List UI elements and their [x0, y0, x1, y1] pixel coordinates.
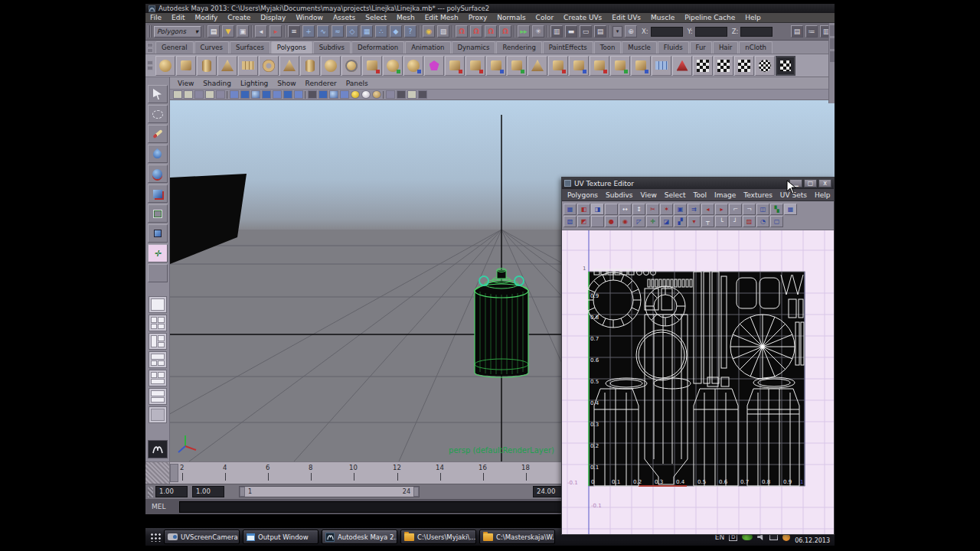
taskbar-maya[interactable]: Autodesk Maya 2...: [322, 530, 397, 544]
panel-menu-lighting[interactable]: Lighting: [240, 80, 268, 87]
panel-menu-shading[interactable]: Shading: [203, 80, 231, 87]
uv-editor-titlebar[interactable]: UV Texture Editor ▁ ▢ x: [562, 178, 834, 189]
poly-sphere-icon[interactable]: [155, 56, 175, 76]
spherical-mapping-icon[interactable]: [755, 56, 775, 76]
grid-options-icon[interactable]: ▦: [784, 204, 797, 215]
scale-uv-icon[interactable]: ↕: [632, 204, 645, 215]
menu-file[interactable]: File: [150, 14, 162, 21]
wireframe-mode-icon[interactable]: [230, 90, 239, 99]
uv-menu-help[interactable]: Help: [815, 191, 831, 199]
shaded-mode-icon[interactable]: [240, 90, 250, 99]
scale-tool[interactable]: [148, 184, 168, 203]
shelf-tab-fluids[interactable]: Fluids: [658, 41, 689, 54]
layout-four-pane-button[interactable]: [149, 315, 167, 331]
open-render-view-icon[interactable]: ▥: [550, 25, 563, 37]
select-object-icon[interactable]: ∿: [317, 25, 329, 37]
playback-start-field[interactable]: 1.00: [192, 486, 224, 497]
poly-torus-icon[interactable]: [259, 56, 279, 76]
menu-edit[interactable]: Edit: [172, 14, 185, 21]
view-grid-icon[interactable]: ▢: [770, 216, 783, 227]
taskbar-start-grid-icon[interactable]: [150, 533, 161, 542]
platonic-gem-icon[interactable]: [424, 56, 444, 76]
snap-to-curve-icon[interactable]: Ω: [470, 25, 482, 37]
menu-color[interactable]: Color: [536, 14, 554, 21]
align-right-icon[interactable]: ▸: [715, 204, 728, 215]
y-input[interactable]: [695, 27, 727, 37]
display-checker-icon[interactable]: ▚: [770, 204, 783, 215]
panel-menu-view[interactable]: View: [178, 80, 194, 87]
split-uvs-icon[interactable]: ✶: [660, 204, 673, 215]
menu-normals[interactable]: Normals: [497, 14, 525, 21]
uv-menu-textures[interactable]: Textures: [743, 191, 773, 199]
uv-menu-tool[interactable]: Tool: [694, 191, 707, 199]
tool-settings-toggle-icon[interactable]: ≔: [805, 25, 818, 37]
shelf-tab-toon[interactable]: Toon: [594, 41, 622, 54]
shelf-grip[interactable]: [147, 60, 153, 71]
sew-uv-edges-icon[interactable]: ●: [605, 216, 618, 227]
xray-joints-icon[interactable]: [329, 90, 338, 99]
lasso-select-tool[interactable]: [148, 105, 168, 123]
isolate-select-icon[interactable]: [308, 90, 317, 99]
default-material-icon[interactable]: [283, 90, 292, 99]
camera-attributes-icon[interactable]: [194, 90, 204, 99]
lattice-tool-icon[interactable]: ◩: [577, 216, 590, 227]
smooth-icon[interactable]: [383, 56, 403, 76]
automatic-mapping-icon[interactable]: [714, 56, 733, 76]
attribute-editor-toggle-icon[interactable]: ▤: [791, 25, 803, 37]
range-grip[interactable]: [148, 487, 153, 497]
poly-pipe-icon[interactable]: [300, 56, 320, 76]
poly-cone-icon[interactable]: [217, 56, 237, 76]
title-bar[interactable]: Autodesk Maya 2013: C:\Users\Myjaki\Docu…: [145, 4, 835, 13]
taskbar-explorer-masterskaja[interactable]: C:\Masterskaja\W...: [479, 530, 555, 544]
layout-hypershade-button[interactable]: [149, 370, 167, 386]
relax-uvs-icon[interactable]: ✛: [646, 216, 659, 227]
shelf-tab-surfaces[interactable]: Surfaces: [230, 41, 270, 54]
cylindrical-mapping-icon[interactable]: [734, 56, 754, 76]
align-down-icon[interactable]: ▾: [688, 216, 701, 227]
dock-button[interactable]: [830, 25, 835, 36]
menu-modify[interactable]: Modify: [195, 14, 218, 21]
input-connections-icon[interactable]: ▸▸: [518, 25, 530, 37]
last-tool-slot[interactable]: [148, 264, 168, 282]
show-manipulator-tool[interactable]: [148, 224, 168, 243]
flip-v-icon[interactable]: ◧: [577, 204, 590, 215]
snap-corner-bl-icon[interactable]: └: [715, 216, 728, 227]
shelf-tab-deformation[interactable]: Deformation: [351, 41, 404, 54]
snap-corner-br-icon[interactable]: ┘: [729, 216, 742, 227]
rotate-tool[interactable]: [148, 165, 168, 183]
close-button[interactable]: x: [818, 179, 831, 187]
menu-edit-mesh[interactable]: Edit Mesh: [425, 14, 459, 21]
merge-vertex-icon[interactable]: [548, 56, 568, 76]
undo-icon[interactable]: ◂: [255, 25, 267, 37]
select-tool[interactable]: [148, 85, 168, 103]
soft-modification-tool[interactable]: [148, 145, 168, 163]
layout-persp-outliner-button[interactable]: [149, 333, 167, 350]
align-left-icon[interactable]: ◂: [701, 204, 714, 215]
move-uv-icon[interactable]: ↔: [619, 204, 632, 215]
selection-mode-dropdown[interactable]: Polygons▾: [154, 26, 201, 37]
delete-edge-icon[interactable]: [590, 56, 609, 76]
quad-draw-icon[interactable]: [652, 56, 671, 76]
insert-edge-loop-icon[interactable]: [569, 56, 589, 76]
dock-button[interactable]: [830, 51, 835, 62]
absolute-transform-icon[interactable]: ⊕: [625, 25, 637, 37]
key-light-icon[interactable]: [351, 90, 360, 99]
uv-snapshot-icon[interactable]: ◫: [756, 204, 769, 215]
range-end-handle[interactable]: [413, 487, 419, 497]
bridge-icon[interactable]: [466, 56, 485, 76]
field-mode-dropdown[interactable]: ▾: [612, 26, 622, 37]
shelf-tab-muscle[interactable]: Muscle: [622, 41, 656, 54]
panel-menu-renderer[interactable]: Renderer: [305, 80, 337, 87]
dim-image-icon[interactable]: ◔: [756, 216, 769, 227]
poly-soccer-icon[interactable]: [341, 56, 361, 76]
uv-menu-polygons[interactable]: Polygons: [567, 191, 598, 199]
shelf-tab-hair[interactable]: Hair: [713, 41, 738, 54]
time-slider-grip[interactable]: [145, 462, 170, 484]
menu-mesh[interactable]: Mesh: [397, 14, 415, 21]
shelf-tab-ncloth[interactable]: nCloth: [739, 41, 773, 54]
ipr-render-icon[interactable]: ▭: [580, 25, 592, 37]
render-current-frame-icon[interactable]: ▬: [565, 25, 577, 37]
snap-corner-tl-icon[interactable]: ⌐: [729, 204, 742, 215]
gate-mask-icon[interactable]: [397, 90, 406, 99]
command-line-mode[interactable]: MEL: [147, 503, 178, 510]
